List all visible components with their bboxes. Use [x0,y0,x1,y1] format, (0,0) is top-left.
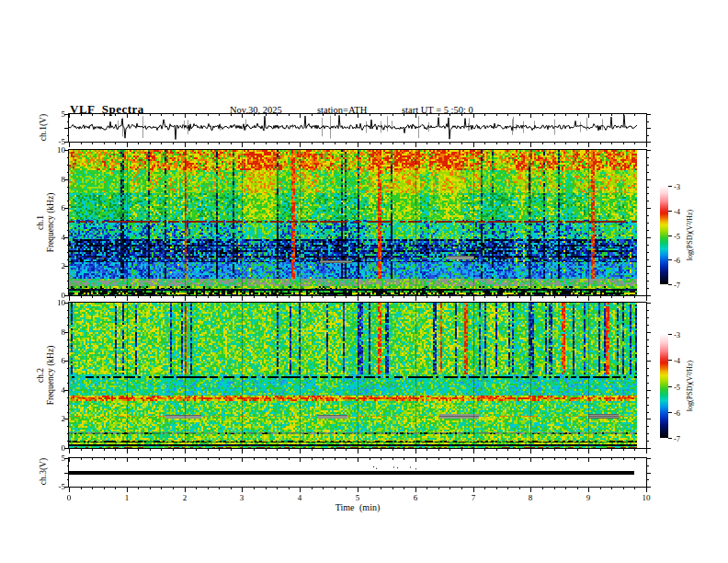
time-tick-label: 5 [347,493,369,502]
time-tick-label: 6 [404,493,427,502]
freq-tick-label: 4 [41,385,65,395]
ch1-waveform-panel [69,114,646,142]
ch2-spectrogram-canvas [69,303,646,448]
time-tick-label: 10 [635,493,657,502]
colorbar-ch2 [660,334,668,438]
ch3-waveform-canvas [69,458,646,487]
ch1-waveform-canvas [69,114,646,142]
time-tick-label: 4 [289,493,311,502]
time-tick-label: 9 [577,493,599,502]
ch1-spectrogram-canvas [69,150,646,295]
time-tick-label: 1 [116,493,138,502]
volt-tick-label: 5 [41,109,65,119]
colorbar-tick-label: -7 [674,281,694,290]
colorbar-tick-label: -4 [674,207,694,216]
freq-tick-label: 4 [41,233,65,242]
freq-tick-label: 10 [41,298,65,307]
ch3-waveform-panel [69,458,646,487]
vlf-spectra-figure: VLF Spectra Nov.30, 2025 station=ATH sta… [0,0,728,563]
time-tick-label: 0 [58,493,80,502]
colorbar-tick-label: -6 [674,408,694,418]
colorbar-tick-label: -4 [674,356,694,365]
time-axis-label: Time (min) [69,502,646,512]
freq-tick-label: 10 [41,145,65,155]
colorbar-tick-label: -7 [674,434,694,443]
ch2-spectrogram-panel [69,303,646,448]
freq-tick-label: 6 [41,356,65,365]
colorbar-tick-label: -3 [674,330,694,339]
colorbar-tick-label: -5 [674,232,694,241]
freq-tick-label: 0 [41,443,65,453]
volt-tick-label: -5 [41,137,65,146]
time-tick-label: 3 [231,493,253,502]
time-tick-label: 8 [519,493,541,502]
ch1-spectrogram-panel [69,150,646,295]
colorbar-tick-label: -5 [674,383,694,392]
freq-tick-label: 6 [41,203,65,213]
freq-tick-label: 2 [41,261,65,270]
colorbar-ch1 [660,186,668,284]
volt-tick-label: 5 [41,454,65,463]
freq-tick-label: 2 [41,414,65,423]
time-tick-label: 2 [174,493,196,502]
colorbar-tick-label: -6 [674,256,694,265]
time-tick-label: 7 [462,493,484,502]
freq-tick-label: 8 [41,327,65,337]
freq-tick-label: 8 [41,175,65,184]
volt-tick-label: -5 [41,482,65,491]
colorbar-tick-label: -3 [674,182,694,191]
